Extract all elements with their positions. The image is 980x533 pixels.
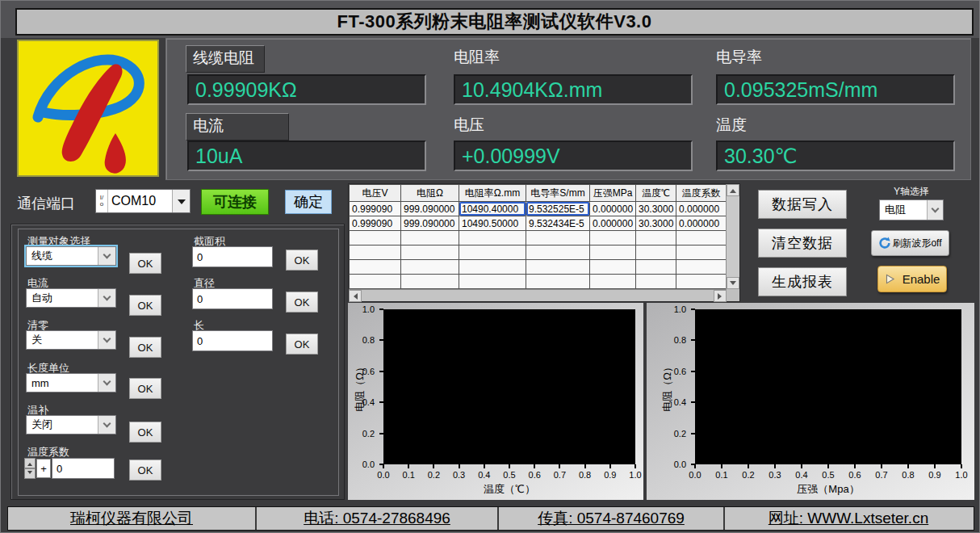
chevron-down-icon[interactable]: [98, 331, 115, 349]
temp-comp-select[interactable]: 关闭: [26, 415, 116, 434]
measure-object-select[interactable]: 线缆: [26, 246, 116, 266]
table-empty-cell[interactable]: [676, 231, 727, 246]
chevron-down-icon[interactable]: [98, 289, 115, 307]
app-title: FT-300系列粉末电阻率测试仪软件V3.0: [337, 10, 652, 34]
plot-area: [695, 309, 961, 464]
table-empty-cell[interactable]: [526, 231, 590, 246]
table-cell[interactable]: 0.000000: [676, 202, 727, 216]
temp-coef-ok-button[interactable]: OK: [129, 460, 161, 481]
table-empty-cell[interactable]: [401, 246, 459, 260]
temp-coef-spinner[interactable]: [24, 458, 36, 479]
table-cell[interactable]: 0.000000: [590, 202, 636, 216]
table-empty-cell[interactable]: [676, 275, 727, 289]
length-unit-select[interactable]: mm: [26, 373, 116, 392]
table-empty-cell[interactable]: [350, 275, 401, 289]
cross-section-input[interactable]: [192, 246, 273, 267]
brand-logo: [17, 40, 159, 177]
cross-section-ok-button[interactable]: OK: [286, 250, 318, 271]
data-write-button[interactable]: 数据写入: [758, 190, 847, 219]
current-mode-select[interactable]: 自动: [26, 288, 116, 308]
scroll-down-icon[interactable]: [727, 277, 739, 289]
com-port-combobox[interactable]: I/o COM10: [95, 189, 191, 213]
current-mode-ok-button[interactable]: OK: [129, 295, 161, 316]
scroll-up-icon[interactable]: [727, 184, 739, 196]
chevron-down-icon[interactable]: [98, 247, 115, 265]
table-horizontal-scrollbar[interactable]: [349, 289, 727, 301]
connect-status-button[interactable]: 可连接: [201, 189, 269, 215]
table-empty-cell[interactable]: [459, 246, 526, 260]
chevron-down-icon[interactable]: [927, 200, 943, 220]
scroll-right-icon[interactable]: [714, 290, 727, 302]
table-empty-cell[interactable]: [350, 260, 401, 275]
conductivity-label: 电导率: [716, 47, 762, 68]
zeroing-ok-button[interactable]: OK: [129, 337, 161, 358]
company-name: 瑞柯仪器有限公司: [8, 507, 257, 530]
generate-report-button[interactable]: 生成报表: [758, 267, 847, 296]
confirm-button[interactable]: 确定: [285, 190, 332, 214]
data-table-grid: 电压V 电阻Ω 电阻率Ω.mm 电导率S/mm 压强MPa 温度℃ 温度系数 0…: [349, 184, 727, 289]
chevron-down-icon[interactable]: [98, 374, 115, 392]
table-empty-cell[interactable]: [401, 260, 459, 275]
clear-data-button[interactable]: 清空数据: [758, 229, 847, 258]
diameter-ok-button[interactable]: OK: [286, 292, 318, 313]
plot-area: [383, 309, 635, 464]
temp-coef-input[interactable]: [52, 458, 115, 479]
table-cell[interactable]: 0.999090: [350, 202, 401, 216]
table-cell[interactable]: 999.090000: [401, 202, 459, 216]
table-empty-cell[interactable]: [590, 275, 636, 289]
table-cell[interactable]: 9.532434E-5: [526, 216, 590, 231]
table-empty-cell[interactable]: [526, 275, 590, 289]
table-empty-cell[interactable]: [636, 231, 676, 246]
table-cell-selected[interactable]: 10490.40000: [459, 202, 526, 216]
table-empty-cell[interactable]: [590, 246, 636, 260]
length-input[interactable]: [192, 330, 273, 351]
table-cell[interactable]: 999.090000: [401, 216, 459, 231]
fax-number: 传真: 0574-87460769: [499, 507, 725, 530]
zeroing-select[interactable]: 关: [26, 330, 116, 350]
table-empty-cell[interactable]: [350, 231, 401, 246]
table-cell[interactable]: 10490.50000: [459, 216, 526, 231]
table-empty-cell[interactable]: [636, 275, 676, 289]
table-empty-cell[interactable]: [459, 275, 526, 289]
scroll-left-icon[interactable]: [349, 290, 362, 302]
footer-bar: 瑞柯仪器有限公司 电话: 0574-27868496 传真: 0574-8746…: [7, 506, 974, 531]
chevron-down-icon[interactable]: [98, 416, 115, 434]
table-empty-cell[interactable]: [526, 246, 590, 260]
y-axis-select[interactable]: 电阻: [879, 199, 944, 220]
table-empty-cell[interactable]: [590, 260, 636, 275]
temperature-label: 温度: [716, 115, 747, 136]
table-empty-cell[interactable]: [676, 246, 727, 260]
length-ok-button[interactable]: OK: [286, 334, 318, 355]
table-empty-cell[interactable]: [526, 260, 590, 275]
title-bar: FT-300系列粉末电阻率测试仪软件V3.0: [15, 8, 974, 36]
table-vertical-scrollbar[interactable]: [726, 184, 739, 289]
table-empty-cell[interactable]: [636, 260, 676, 275]
diameter-input[interactable]: [192, 288, 273, 309]
table-cell[interactable]: 0.999090: [350, 216, 401, 231]
table-cell[interactable]: 0.000000: [590, 216, 636, 231]
table-empty-cell[interactable]: [636, 246, 676, 260]
measure-object-ok-button[interactable]: OK: [129, 253, 161, 274]
table-empty-cell[interactable]: [590, 231, 636, 246]
table-empty-cell[interactable]: [401, 231, 459, 246]
table-cell[interactable]: 0.000000: [676, 216, 727, 231]
com-port-dropdown-arrow-icon[interactable]: [172, 190, 190, 212]
spin-up-icon[interactable]: [24, 458, 36, 468]
play-icon: [885, 274, 895, 284]
temp-coef-sign[interactable]: +: [36, 459, 51, 478]
length-unit-ok-button[interactable]: OK: [129, 378, 161, 399]
table-empty-cell[interactable]: [676, 260, 727, 275]
enable-button[interactable]: Enable: [877, 266, 947, 292]
temp-comp-ok-button[interactable]: OK: [129, 422, 161, 443]
table-empty-cell[interactable]: [459, 231, 526, 246]
table-empty-cell[interactable]: [459, 260, 526, 275]
table-cell-selected[interactable]: 9.532525E-5: [526, 202, 590, 216]
spin-down-icon[interactable]: [24, 468, 36, 479]
settings-panel: 测量对象选择 线缆 OK 电流 自动 OK 清零 关 OK 长度单位 mm OK…: [10, 224, 345, 500]
table-empty-cell[interactable]: [350, 246, 401, 260]
refresh-waveform-button[interactable]: 刷新波形off: [871, 230, 949, 256]
table-header: 温度系数: [676, 185, 727, 202]
table-cell[interactable]: 30.3000: [636, 216, 676, 231]
table-cell[interactable]: 30.3000: [636, 202, 676, 216]
table-empty-cell[interactable]: [401, 275, 459, 289]
